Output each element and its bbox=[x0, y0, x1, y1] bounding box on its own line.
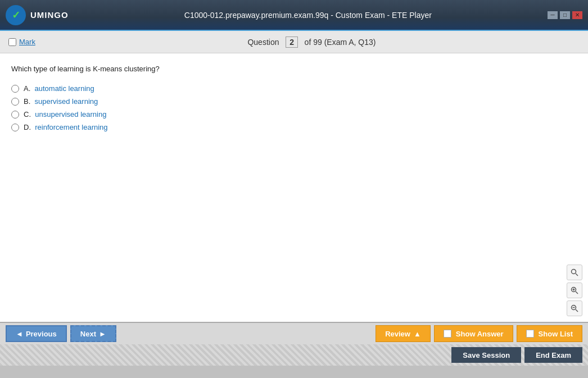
save-session-button[interactable]: Save Session bbox=[451, 347, 521, 363]
list-item: A. automatic learning bbox=[11, 83, 577, 94]
show-answer-label: Show Answer bbox=[456, 330, 504, 338]
option-d-label[interactable]: D. reinforcement learning bbox=[24, 123, 108, 131]
save-session-label: Save Session bbox=[463, 351, 510, 359]
bottom-toolbar: ◄ Previous Next ► Review ▲ Show Answer S… bbox=[0, 322, 588, 344]
svg-line-1 bbox=[576, 274, 578, 276]
mark-area: Mark bbox=[8, 38, 35, 46]
review-arrow-icon: ▲ bbox=[414, 330, 421, 338]
svg-line-3 bbox=[576, 292, 578, 294]
svg-line-7 bbox=[576, 309, 578, 312]
options-list: A. automatic learning B. supervised lear… bbox=[11, 83, 577, 133]
logo-text: UMINGO bbox=[30, 10, 69, 20]
restore-button[interactable]: □ bbox=[560, 11, 570, 19]
next-arrow-icon: ► bbox=[99, 330, 106, 338]
zoom-in-button[interactable] bbox=[567, 283, 582, 298]
logo-icon: ✓ bbox=[6, 5, 26, 25]
mark-checkbox[interactable] bbox=[8, 38, 16, 46]
option-letter-b: B. bbox=[24, 97, 35, 106]
question-number-box: 2 bbox=[286, 37, 298, 48]
previous-button[interactable]: ◄ Previous bbox=[6, 325, 67, 342]
session-bar: Save Session End Exam bbox=[0, 344, 588, 366]
option-letter-d: D. bbox=[24, 123, 35, 131]
list-item: D. reinforcement learning bbox=[11, 122, 577, 133]
question-header: Mark Question 2 of 99 (Exam A, Q13) bbox=[0, 31, 588, 53]
answer-checkbox-icon bbox=[444, 330, 451, 338]
search-button[interactable] bbox=[567, 265, 582, 280]
main-area: Mark Question 2 of 99 (Exam A, Q13) Whic… bbox=[0, 31, 588, 344]
option-radio-a[interactable] bbox=[11, 85, 19, 93]
option-a-label[interactable]: A. automatic learning bbox=[24, 84, 94, 93]
list-item: B. supervised learning bbox=[11, 96, 577, 107]
option-b-label[interactable]: B. supervised learning bbox=[24, 97, 98, 106]
option-text-a: automatic learning bbox=[35, 84, 94, 93]
next-label: Next bbox=[80, 330, 96, 338]
question-text: Which type of learning is K-means cluste… bbox=[11, 65, 577, 73]
zoom-out-icon bbox=[571, 304, 578, 312]
logo-check-icon: ✓ bbox=[12, 9, 20, 21]
zoom-out-button[interactable] bbox=[567, 300, 582, 316]
list-checkbox-icon bbox=[526, 330, 534, 338]
option-radio-c[interactable] bbox=[11, 111, 19, 119]
side-icons bbox=[567, 265, 582, 316]
show-list-button[interactable]: Show List bbox=[517, 325, 582, 342]
search-icon bbox=[571, 268, 578, 276]
next-button[interactable]: Next ► bbox=[70, 325, 116, 342]
show-list-label: Show List bbox=[539, 330, 573, 338]
option-letter-c: C. bbox=[24, 110, 35, 119]
option-letter-a: A. bbox=[24, 84, 35, 93]
review-label: Review bbox=[385, 330, 410, 338]
previous-label: Previous bbox=[26, 330, 57, 338]
option-radio-b[interactable] bbox=[11, 98, 19, 106]
question-content: Which type of learning is K-means cluste… bbox=[0, 53, 588, 322]
logo-area: ✓ UMINGO bbox=[6, 5, 69, 25]
list-item: C. unsupervised learning bbox=[11, 109, 577, 120]
zoom-in-icon bbox=[571, 286, 578, 294]
window-controls: ─ □ ✕ bbox=[548, 11, 582, 19]
question-of-text: of 99 (Exam A, Q13) bbox=[305, 38, 376, 47]
option-text-b: supervised learning bbox=[35, 97, 98, 106]
end-exam-button[interactable]: End Exam bbox=[524, 347, 582, 363]
question-number-area: Question 2 of 99 (Exam A, Q13) bbox=[44, 37, 580, 48]
option-c-label[interactable]: C. unsupervised learning bbox=[24, 110, 106, 119]
review-button[interactable]: Review ▲ bbox=[376, 325, 431, 342]
show-answer-button[interactable]: Show Answer bbox=[434, 325, 513, 342]
question-label: Question bbox=[247, 38, 279, 47]
option-text-c: unsupervised learning bbox=[35, 110, 106, 119]
title-bar: ✓ UMINGO C1000-012.prepaway.premium.exam… bbox=[0, 0, 588, 31]
minimize-button[interactable]: ─ bbox=[548, 11, 558, 19]
svg-point-0 bbox=[572, 270, 576, 274]
option-radio-d[interactable] bbox=[11, 124, 19, 131]
end-exam-label: End Exam bbox=[536, 351, 571, 359]
mark-label[interactable]: Mark bbox=[19, 38, 35, 46]
window-title: C1000-012.prepaway.premium.exam.99q - Cu… bbox=[69, 11, 548, 20]
close-button[interactable]: ✕ bbox=[572, 11, 582, 19]
prev-arrow-icon: ◄ bbox=[16, 330, 23, 338]
option-text-d: reinforcement learning bbox=[35, 123, 107, 131]
